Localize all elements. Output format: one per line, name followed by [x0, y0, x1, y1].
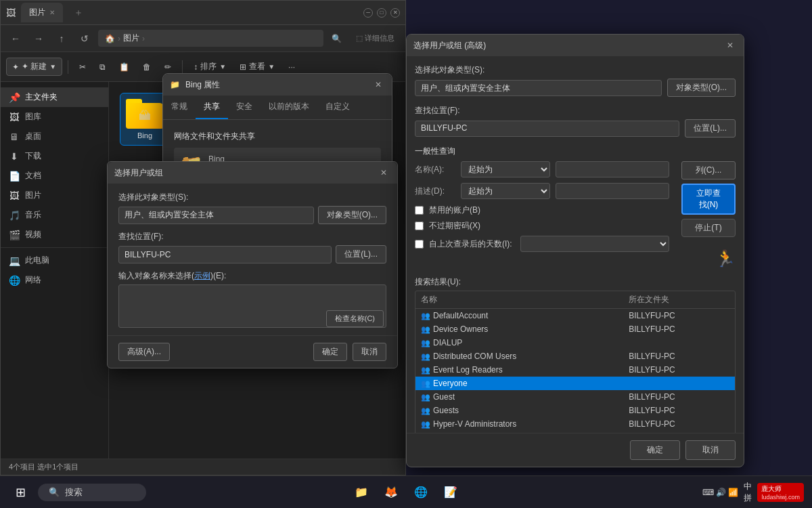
select-user-close[interactable]: ✕	[377, 166, 390, 179]
tab-security[interactable]: 安全	[228, 96, 261, 119]
table-row[interactable]: 👥GuestsBILLYFU-PC	[415, 404, 735, 417]
select-user-title: 选择用户或组	[114, 167, 371, 179]
no-expire-checkbox[interactable]	[415, 221, 424, 230]
check-name-btn[interactable]: 检查名称(C)	[326, 310, 384, 327]
taskbar-explorer-btn[interactable]: 📁	[348, 479, 375, 506]
adv-location-btn[interactable]: 位置(L)...	[685, 119, 736, 137]
bing-dialog-close[interactable]: ✕	[371, 78, 385, 91]
cancel-btn[interactable]: 取消	[353, 343, 386, 361]
advanced-close-btn[interactable]: ✕	[723, 39, 737, 52]
rename-btn[interactable]: ✏	[159, 60, 177, 75]
tab-previous[interactable]: 以前的版本	[261, 96, 317, 119]
adv-name-row: 名称(A): 起始为 包含	[415, 161, 669, 177]
ludashi-btn[interactable]: 鹿大师 ludashiwj.com	[757, 483, 804, 502]
sidebar-item-pictures[interactable]: 🖼 图片	[1, 186, 108, 205]
details-btn[interactable]: ⬚ 详细信息	[351, 33, 400, 43]
adv-desc-input[interactable]	[556, 183, 669, 199]
days-label[interactable]: 自上次查录后的天数(I):	[429, 238, 512, 250]
days-checkbox[interactable]	[415, 240, 424, 249]
sidebar-divider	[1, 247, 108, 248]
maximize-btn[interactable]: □	[377, 8, 386, 18]
table-row[interactable]: 👥Event Log ReadersBILLYFU-PC	[415, 363, 735, 377]
object-type-btn[interactable]: 对象类型(O)...	[318, 206, 386, 224]
separator	[68, 60, 68, 74]
no-expire-label[interactable]: 不过期密码(X)	[429, 220, 480, 232]
new-tab-btn[interactable]: ＋	[68, 5, 89, 20]
table-row[interactable]: 👥DIALUP	[415, 336, 735, 350]
stop-btn[interactable]: 停止(T)	[681, 219, 736, 237]
advanced-btn[interactable]: 高级(A)...	[118, 343, 170, 361]
explorer-icon: 🖼	[6, 7, 16, 18]
tab-share[interactable]: 共享	[196, 96, 228, 119]
path-current: 图片	[123, 33, 139, 44]
advanced-footer: 确定 取消	[407, 433, 744, 467]
sidebar-item-docs[interactable]: 📄 文档	[1, 166, 108, 186]
adv-object-type-btn[interactable]: 对象类型(O)...	[667, 79, 736, 97]
taskbar-app3-btn[interactable]: 📝	[437, 479, 464, 506]
sidebar-label-videos: 视频	[25, 229, 41, 240]
results-container[interactable]: 名称 所在文件夹 👥DefaultAccountBILLYFU-PC👥Devic…	[415, 291, 736, 433]
sidebar-item-music[interactable]: 🎵 音乐	[1, 205, 108, 225]
location-value: BILLYFU-PC	[118, 246, 332, 263]
copy-btn[interactable]: ⧉	[94, 60, 111, 75]
table-row[interactable]: 👥Hyper-V AdministratorsBILLYFU-PC	[415, 417, 735, 431]
taskbar-left: ⊞ 🔍 搜索	[0, 478, 146, 507]
table-row[interactable]: 👥Everyone	[415, 377, 735, 390]
taskbar-app2-btn[interactable]: 🌐	[407, 479, 434, 506]
cut-btn[interactable]: ✂	[74, 60, 91, 75]
taskbar-search[interactable]: 🔍 搜索	[38, 484, 146, 501]
result-name-cell: 👥Everyone	[415, 377, 623, 390]
result-group-icon: 👥	[421, 325, 430, 333]
tab-general[interactable]: 常规	[163, 96, 196, 119]
sidebar-item-videos[interactable]: 🎬 视频	[1, 225, 108, 245]
adv-name-input[interactable]	[556, 161, 669, 177]
adv-object-type-label: 选择此对象类型(S):	[415, 64, 736, 76]
start-btn[interactable]: ⊞	[5, 478, 35, 507]
back-btn[interactable]: ←	[6, 29, 25, 48]
refresh-btn[interactable]: ↺	[75, 29, 94, 48]
up-btn[interactable]: ↑	[52, 29, 71, 48]
new-button[interactable]: ✦ ✦ 新建 ▼	[6, 58, 62, 76]
delete-btn[interactable]: 🗑	[137, 60, 156, 75]
close-btn[interactable]: ✕	[390, 8, 400, 18]
table-row[interactable]: 👥Distributed COM UsersBILLYFU-PC	[415, 350, 735, 363]
sidebar-label-thispc: 此电脑	[25, 255, 49, 266]
adv-desc-label: 描述(D):	[415, 186, 455, 197]
sidebar-item-downloads[interactable]: ⬇ 下载	[1, 146, 108, 166]
minimize-btn[interactable]: ─	[363, 8, 373, 18]
adv-name-select[interactable]: 起始为 包含	[461, 161, 550, 177]
result-name-cell: 👥DefaultAccount	[415, 309, 623, 323]
select-user-title-bar: 选择用户或组 ✕	[108, 162, 397, 184]
sidebar-item-home[interactable]: 📌 主文件夹	[1, 87, 108, 107]
result-folder-cell: BILLYFU-PC	[623, 404, 735, 417]
explorer-tab[interactable]: 图片 ✕	[21, 3, 63, 22]
forward-btn[interactable]: →	[29, 29, 48, 48]
sidebar-item-gallery[interactable]: 🖼 图库	[1, 107, 108, 127]
disabled-account-checkbox[interactable]	[415, 206, 424, 215]
location-btn[interactable]: 位置(L)...	[336, 245, 386, 263]
sidebar-item-desktop[interactable]: 🖥 桌面	[1, 127, 108, 146]
table-row[interactable]: 👥Device OwnersBILLYFU-PC	[415, 322, 735, 336]
col-btn[interactable]: 列(C)...	[681, 161, 736, 179]
tab-custom[interactable]: 自定义	[317, 96, 358, 119]
search-btn[interactable]: 🔍	[328, 29, 346, 48]
paste-btn[interactable]: 📋	[114, 60, 135, 75]
more-btn[interactable]: ···	[283, 60, 300, 75]
adv-ok-btn[interactable]: 确定	[630, 440, 680, 460]
days-select[interactable]	[520, 236, 669, 252]
tab-close-icon[interactable]: ✕	[49, 9, 55, 16]
address-bar[interactable]: 🏠 › 图片 ›	[98, 30, 323, 47]
adv-desc-select[interactable]: 起始为 包含	[461, 183, 550, 199]
taskbar-center: 📁 🦊 🌐 📝	[348, 479, 464, 506]
sidebar-item-network[interactable]: 🌐 网络	[1, 270, 108, 290]
adv-cancel-btn[interactable]: 取消	[685, 440, 736, 460]
disabled-account-label[interactable]: 禁用的账户(B)	[429, 205, 480, 216]
result-folder-cell: BILLYFU-PC	[623, 390, 735, 404]
taskbar-app1-btn[interactable]: 🦊	[378, 479, 405, 506]
table-row[interactable]: 👥GuestBILLYFU-PC	[415, 390, 735, 404]
tab-label: 图片	[29, 7, 45, 18]
table-row[interactable]: 👥DefaultAccountBILLYFU-PC	[415, 309, 735, 323]
find-now-btn[interactable]: 立即查找(N)	[681, 184, 736, 215]
ok-btn[interactable]: 确定	[313, 343, 347, 361]
sidebar-item-thispc[interactable]: 💻 此电脑	[1, 251, 108, 270]
